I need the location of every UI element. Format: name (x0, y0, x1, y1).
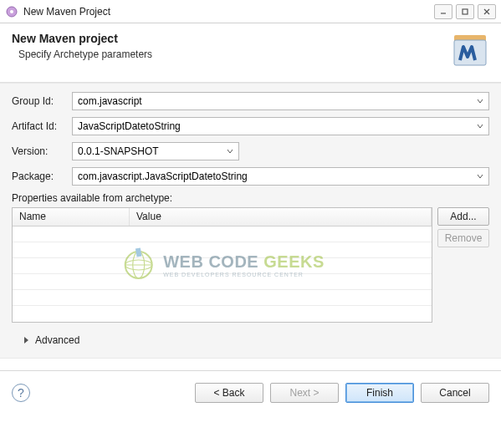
remove-button[interactable]: Remove (437, 229, 489, 247)
wizard-icon (5, 5, 18, 18)
package-label: Package: (12, 171, 72, 182)
minimize-button[interactable] (434, 4, 452, 19)
package-input[interactable] (72, 167, 489, 186)
table-body (13, 227, 432, 322)
svg-rect-3 (463, 9, 468, 14)
maven-icon (451, 32, 489, 70)
version-input[interactable] (72, 142, 239, 160)
wizard-header: New Maven project Specify Archetype para… (0, 23, 501, 83)
chevron-right-icon (23, 336, 30, 344)
close-button[interactable] (478, 4, 496, 19)
properties-label: Properties available from archetype: (12, 192, 489, 204)
properties-table[interactable]: Name Value WEB CODE GEEKS (12, 207, 432, 323)
version-label: Version: (12, 145, 72, 157)
finish-button[interactable]: Finish (345, 383, 414, 403)
maximize-button[interactable] (456, 4, 474, 19)
advanced-disclosure[interactable]: Advanced (12, 323, 489, 351)
group-id-label: Group Id: (12, 95, 72, 107)
column-value: Value (130, 208, 432, 226)
group-id-combo[interactable] (72, 92, 489, 110)
column-name: Name (13, 208, 130, 226)
table-row (13, 290, 432, 306)
add-button[interactable]: Add... (437, 207, 489, 226)
artifact-id-label: Artifact Id: (12, 120, 72, 132)
page-title: New Maven project (12, 32, 451, 45)
version-combo[interactable] (72, 142, 239, 160)
next-button[interactable]: Next > (270, 383, 339, 403)
svg-point-1 (10, 10, 13, 13)
table-header: Name Value (13, 208, 432, 227)
page-subtitle: Specify Archetype parameters (12, 48, 451, 60)
table-row (13, 242, 432, 258)
artifact-id-input[interactable] (72, 117, 489, 135)
group-id-input[interactable] (72, 92, 489, 110)
back-button[interactable]: < Back (195, 383, 263, 403)
package-combo[interactable] (72, 167, 489, 186)
help-button[interactable]: ? (12, 384, 30, 402)
footer: ? < Back Next > Finish Cancel (0, 371, 501, 418)
advanced-label: Advanced (35, 334, 79, 346)
form-area: Group Id: Artifact Id: Version: Package:… (0, 83, 501, 359)
table-row (13, 227, 432, 242)
window-title: New Maven Project (23, 6, 434, 18)
titlebar: New Maven Project (0, 0, 501, 23)
cancel-button[interactable]: Cancel (421, 383, 489, 403)
table-row (13, 258, 432, 274)
artifact-id-combo[interactable] (72, 117, 489, 135)
table-row (13, 274, 432, 290)
